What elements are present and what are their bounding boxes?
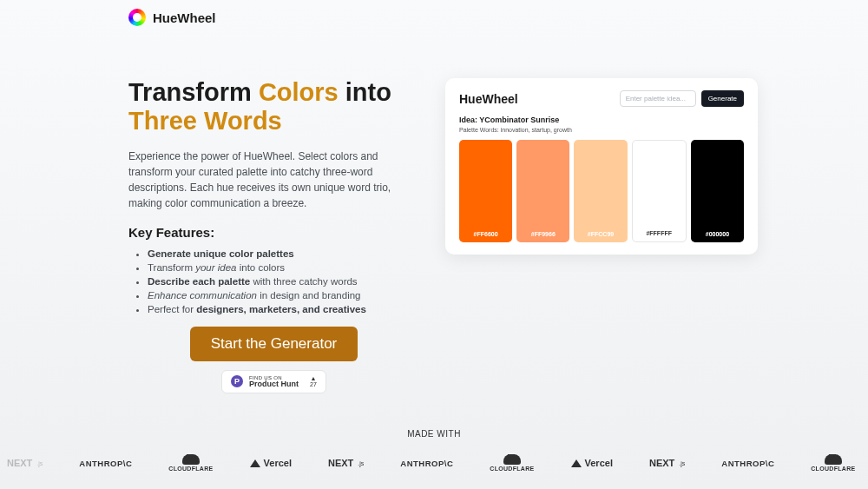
hero-title: Transform Colors into Three Words: [128, 78, 419, 136]
swatch-hex: #FFCC99: [588, 231, 614, 242]
feature-item: Generate unique color palettes: [148, 248, 419, 259]
hero-title-accent-2: Three Words: [128, 107, 282, 135]
brand-name: HueWheel: [153, 10, 216, 25]
nextjs-logo: NEXT.js: [7, 458, 43, 468]
cloudflare-logo: CLOUDFLARE: [490, 454, 534, 472]
card-title: HueWheel: [459, 92, 518, 106]
nextjs-logo: NEXT.js: [649, 458, 685, 468]
hero-description: Experience the power of HueWheel. Select…: [128, 149, 415, 211]
nextjs-logo: NEXT.js: [328, 458, 364, 468]
feature-item: Enhance communication in design and bran…: [148, 290, 419, 301]
feature-item: Perfect for designers, marketers, and cr…: [148, 304, 419, 314]
features-list: Generate unique color palettes Transform…: [128, 248, 419, 314]
vercel-logo: Vercel: [250, 458, 292, 468]
swatch: #FFFFFF: [632, 140, 687, 242]
anthropic-logo: ANTHROP\C: [721, 459, 774, 468]
swatch: #FF6600: [459, 140, 512, 242]
product-hunt-badge[interactable]: P FIND US ON Product Hunt ▲ 27: [221, 370, 326, 393]
made-with-section: MADE WITH NEXT.js ANTHROP\C CLOUDFLARE V…: [0, 429, 868, 472]
hero-title-prefix: Transform: [128, 78, 259, 106]
start-generator-button[interactable]: Start the Generator: [190, 327, 358, 361]
logos-marquee: NEXT.js ANTHROP\C CLOUDFLARE Vercel NEXT…: [0, 454, 868, 472]
product-hunt-icon: P: [231, 375, 243, 387]
swatch-hex: #FF6600: [474, 231, 498, 242]
swatch: #FFCC99: [574, 140, 627, 242]
hero-title-mid: into: [339, 78, 391, 106]
ph-upvote: ▲ 27: [310, 375, 317, 387]
huewheel-logo-icon: [128, 9, 146, 26]
anthropic-logo: ANTHROP\C: [79, 459, 132, 468]
features-heading: Key Features:: [128, 225, 419, 240]
cloud-icon: [503, 454, 521, 465]
palette-words-label: Palette Words: innovation, startup, grow…: [459, 127, 744, 133]
made-with-label: MADE WITH: [0, 429, 868, 439]
hero-title-accent-1: Colors: [259, 78, 339, 106]
ph-bottom-text: Product Hunt: [249, 380, 299, 388]
generate-button[interactable]: Generate: [701, 90, 744, 107]
cloudflare-logo: CLOUDFLARE: [168, 454, 213, 472]
idea-label: Idea: YCombinator Sunrise: [459, 116, 744, 124]
swatch: #000000: [691, 140, 744, 242]
triangle-icon: [571, 459, 582, 467]
cloud-icon: [825, 454, 842, 465]
triangle-icon: [250, 459, 260, 467]
anthropic-logo: ANTHROP\C: [400, 459, 453, 468]
feature-item: Transform your idea into colors: [148, 262, 419, 273]
header: HueWheel: [0, 0, 868, 35]
feature-item: Describe each palette with three catchy …: [148, 276, 419, 287]
cloudflare-logo: CLOUDFLARE: [811, 454, 855, 472]
vercel-logo: Vercel: [571, 458, 613, 468]
palette-idea-input[interactable]: [620, 90, 696, 107]
swatch-hex: #FF9966: [531, 231, 556, 242]
swatch: #FF9966: [516, 140, 569, 242]
swatch-hex: #FFFFFF: [646, 230, 672, 241]
swatch-hex: #000000: [706, 231, 729, 242]
preview-card: HueWheel Generate Idea: YCombinator Sunr…: [445, 78, 758, 254]
ph-count: 27: [310, 381, 317, 387]
swatch-row: #FF6600 #FF9966 #FFCC99 #FFFFFF #000000: [459, 140, 744, 242]
cloud-icon: [182, 454, 200, 465]
